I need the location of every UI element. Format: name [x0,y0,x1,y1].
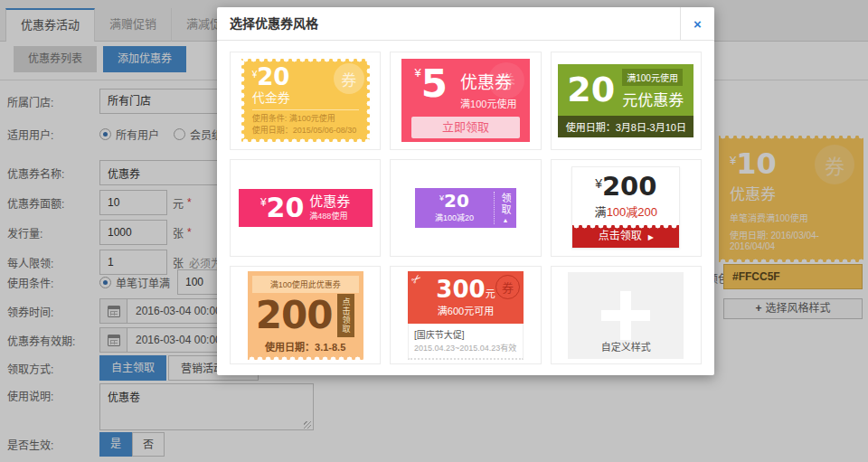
coupon-style-pink: 券 ¥5 优惠券 满100元使用 立即领取 [401,59,530,142]
coupon-amount: ¥200 [572,174,679,200]
coupon-condition: 使用条件: 满100元使用 [252,113,359,125]
coupon-condition: 满600元可用 [408,303,524,317]
claim-now-button[interactable]: 立即领取 [411,117,520,138]
coupon-amount: ¥5 [415,66,448,102]
close-icon[interactable]: × [680,7,714,40]
coupon-date: 使用日期：3.1-8.5 [248,339,363,354]
coupon-style-cell-2[interactable]: 券 ¥5 优惠券 满100元使用 立即领取 [390,52,541,150]
coupon-condition-tag: 满100元使用 [622,69,683,86]
coupon-style-cell-custom[interactable]: 自定义样式 [551,266,702,364]
coupon-style-cell-7[interactable]: 满100使用此优惠券 200 点击领取 使用日期：3.1-8.5 [230,266,381,364]
perforation-top [572,222,679,230]
perforation-bottom [241,137,370,146]
coupon-style-peach: 满100使用此优惠券 200 点击领取 使用日期：3.1-8.5 [248,271,363,360]
coupon-style-purple: ¥20 满100减20 领取 ▲ [415,188,516,228]
coupon-name: 优惠券 [309,194,350,210]
modal-title: 选择优惠券风格 [217,7,714,40]
custom-style-tile: 自定义样式 [568,272,684,359]
coupon-date: 使用日期：2015/05/06-08/30 [252,125,359,137]
plus-icon [620,291,631,340]
click-claim-label: 点击领取 [599,230,642,242]
coupon-style-green: 20 满100元使用 元优惠券 使用日期：3月8日-3月10日 [558,64,693,137]
coupon-style-cell-5[interactable]: ¥20 满100减20 领取 ▲ [390,159,541,258]
custom-style-label: 自定义样式 [568,339,684,354]
coupon-name: 元优惠券 [622,88,684,110]
coupon-style-cell-3[interactable]: 20 满100元使用 元优惠券 使用日期：3月8日-3月10日 [551,52,702,150]
coupon-validity: 2015.04.23~2015.04.23有效 [414,342,517,354]
claim-label[interactable]: 领取 [498,193,513,216]
coupon-amount: 20 [567,72,615,107]
modal-body: 券 ¥20 代金券 使用条件: 满100元使用 使用日期：2015/05/06-… [217,41,714,375]
coupon-style-white-red: ¥200 满100减200 点击领取▶ [571,166,680,249]
coupon-style-red-white: ✂ 券 300元 满600元可用 [国庆节大促] 2015.04.23~2015… [408,271,524,360]
coupon-date: 使用日期：3月8日-3月10日 [558,116,693,137]
coupon-style-cell-4[interactable]: ¥20 优惠券 满488使用 [230,159,381,258]
perforation-right [365,59,373,142]
perforation-top [241,55,370,63]
coupon-style-yellow: 券 ¥20 代金券 使用条件: 满100元使用 使用日期：2015/05/06-… [241,59,370,142]
perforation-bottom [248,355,363,363]
coupon-badge-icon: 券 [334,63,364,94]
click-claim-button[interactable]: 点击领取 [337,294,354,337]
coupon-amount: ¥20 [260,194,304,222]
click-claim-button[interactable]: 点击领取▶ [572,225,679,248]
coupon-condition: 满100减20 [415,212,494,223]
modal-header: 选择优惠券风格 × [217,7,714,41]
divider: 使用条件: 满100元使用 使用日期：2015/05/06-08/30 [252,109,359,137]
coupon-style-modal: 选择优惠券风格 × 券 ¥20 代金券 使用条件: 满100元使用 使用日期：2… [217,7,714,375]
coupon-condition: 满488使用 [309,210,350,222]
coupon-badge-icon: 券 [495,275,520,299]
coupon-style-cell-6[interactable]: ¥200 满100减200 点击领取▶ [551,159,702,258]
perforation-left [238,59,246,142]
coupon-style-cell-8[interactable]: ✂ 券 300元 满600元可用 [国庆节大促] 2015.04.23~2015… [390,266,541,364]
coupon-condition: 满100使用此优惠券 [252,276,359,293]
coupon-amount: ¥20 [415,192,494,211]
coupon-style-cell-1[interactable]: 券 ¥20 代金券 使用条件: 满100元使用 使用日期：2015/05/06-… [230,52,381,150]
coupon-condition: 满100减200 [572,203,679,220]
triangle-right-icon: ▶ [648,233,654,241]
coupon-amount: 200 [256,297,333,335]
coupon-title: [国庆节大促] [414,327,517,341]
coupon-style-rose: ¥20 优惠券 满488使用 [239,189,373,227]
triangle-up-icon: ▲ [503,217,509,223]
